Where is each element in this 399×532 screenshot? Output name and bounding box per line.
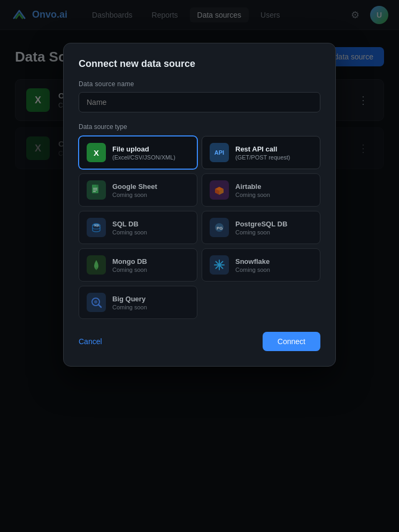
svg-rect-2 bbox=[93, 188, 97, 189]
file-upload-icon: X bbox=[87, 143, 106, 162]
name-field-label: Data source name bbox=[79, 80, 320, 88]
svg-text:PG: PG bbox=[217, 226, 223, 231]
connect-modal: Connect new data source Data source name… bbox=[63, 43, 336, 367]
source-text-snowflake: Snowflake Coming soon bbox=[235, 257, 312, 273]
source-text-airtable: Airtable Coming soon bbox=[235, 183, 312, 198]
source-option-sql-db: SQL SQL DB Coming soon bbox=[79, 211, 197, 244]
svg-point-13 bbox=[218, 264, 221, 267]
source-text-rest-api: Rest API call (GET/POST request) bbox=[235, 145, 312, 161]
datasource-name-input[interactable] bbox=[79, 92, 320, 112]
source-text-postgresql: PostgreSQL DB Coming soon bbox=[235, 220, 312, 235]
big-query-icon bbox=[87, 293, 106, 312]
source-option-file-upload[interactable]: X File upload (Excel/CSV/JSON/XML) bbox=[79, 136, 197, 169]
svg-line-15 bbox=[98, 305, 101, 307]
modal-overlay: Connect new data source Data source name… bbox=[0, 0, 399, 532]
mongo-db-icon bbox=[87, 255, 106, 275]
source-option-google-sheet: Google Sheet Coming soon bbox=[79, 173, 197, 207]
source-text-file-upload: File upload (Excel/CSV/JSON/XML) bbox=[112, 145, 189, 161]
svg-rect-4 bbox=[93, 191, 96, 192]
google-sheet-icon bbox=[87, 180, 106, 200]
sql-db-icon: SQL bbox=[87, 218, 106, 237]
source-type-grid: X File upload (Excel/CSV/JSON/XML) API R… bbox=[79, 136, 320, 319]
source-text-google-sheet: Google Sheet Coming soon bbox=[112, 183, 189, 198]
airtable-icon bbox=[210, 180, 229, 200]
source-option-snowflake: Snowflake Coming soon bbox=[202, 248, 320, 282]
source-text-sql-db: SQL DB Coming soon bbox=[112, 220, 189, 235]
svg-rect-1 bbox=[96, 185, 98, 187]
source-option-mongo-db: Mongo DB Coming soon bbox=[79, 248, 197, 282]
type-field-label: Data source type bbox=[79, 123, 320, 131]
source-text-mongo-db: Mongo DB Coming soon bbox=[112, 257, 189, 273]
postgresql-icon: PG bbox=[210, 218, 229, 237]
source-option-postgresql: PG PostgreSQL DB Coming soon bbox=[202, 211, 320, 244]
svg-rect-3 bbox=[93, 189, 97, 191]
rest-api-icon: API bbox=[210, 143, 229, 162]
connect-button[interactable]: Connect bbox=[263, 332, 320, 351]
svg-text:SQL: SQL bbox=[94, 224, 99, 227]
source-option-big-query: Big Query Coming soon bbox=[79, 286, 197, 319]
snowflake-icon bbox=[210, 255, 229, 275]
source-text-big-query: Big Query Coming soon bbox=[112, 295, 189, 310]
source-option-airtable: Airtable Coming soon bbox=[202, 173, 320, 207]
modal-footer: Cancel Connect bbox=[79, 332, 320, 351]
cancel-button[interactable]: Cancel bbox=[79, 333, 102, 350]
svg-point-16 bbox=[94, 300, 97, 303]
source-option-rest-api[interactable]: API Rest API call (GET/POST request) bbox=[202, 136, 320, 169]
modal-title: Connect new data source bbox=[79, 58, 320, 70]
